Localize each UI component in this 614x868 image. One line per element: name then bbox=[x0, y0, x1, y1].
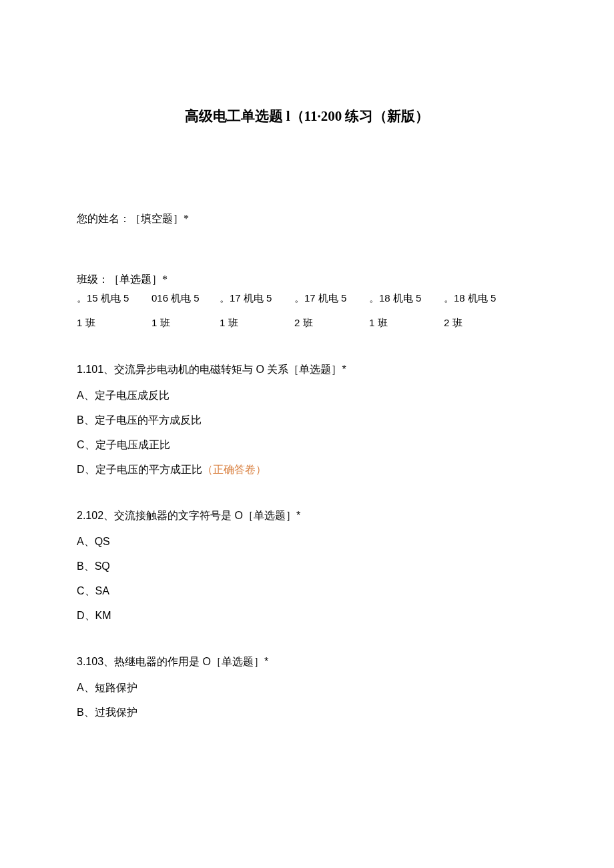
class-option[interactable]: 。17 机电 5 bbox=[220, 292, 294, 305]
question-option[interactable]: A、定子电压成反比 bbox=[77, 389, 537, 403]
class-option[interactable]: 。18 机电 5 bbox=[444, 292, 519, 305]
question-option[interactable]: B、过我保护 bbox=[77, 706, 537, 720]
class-option-sub: 1 班 bbox=[77, 317, 151, 330]
class-option-sub: 1 班 bbox=[369, 317, 444, 330]
class-option-sub: 1 班 bbox=[220, 317, 294, 330]
question-stem: 3.103、热继电器的作用是 O［单选题］* bbox=[77, 655, 537, 669]
document-page: 高级电工单选题 l（11·200 练习（新版） 您的姓名：［填空题］* 班级：［… bbox=[0, 0, 614, 720]
question-block: 3.103、热继电器的作用是 O［单选题］* A、短路保护 B、过我保护 bbox=[77, 655, 537, 720]
class-options-row2: 1 班 1 班 1 班 2 班 1 班 2 班 bbox=[77, 317, 537, 330]
name-field-label: 您的姓名：［填空题］* bbox=[77, 212, 537, 226]
question-option[interactable]: A、短路保护 bbox=[77, 681, 537, 695]
class-option-sub: 2 班 bbox=[444, 317, 519, 330]
option-text: D、定子电压的平方成正比 bbox=[77, 464, 202, 475]
class-options-row1: 。15 机电 5 016 机电 5 。17 机电 5 。17 机电 5 。18 … bbox=[77, 292, 537, 305]
class-option[interactable]: 016 机电 5 bbox=[151, 292, 220, 305]
question-block: 2.102、交流接触器的文字符号是 O［单选题］* A、QS B、SQ C、SA… bbox=[77, 509, 537, 623]
question-option[interactable]: B、定子电压的平方成反比 bbox=[77, 414, 537, 428]
question-stem: 2.102、交流接触器的文字符号是 O［单选题］* bbox=[77, 509, 537, 523]
question-option[interactable]: A、QS bbox=[77, 535, 537, 549]
question-option[interactable]: D、KM bbox=[77, 609, 537, 623]
class-option-sub: 2 班 bbox=[294, 317, 369, 330]
question-option[interactable]: C、定子电压成正比 bbox=[77, 438, 537, 452]
class-option[interactable]: 。15 机电 5 bbox=[77, 292, 151, 305]
class-field-label: 班级：［单选题］* bbox=[77, 273, 537, 287]
correct-answer-label: （正确答卷） bbox=[202, 464, 266, 475]
question-block: 1.101、交流异步电动机的电磁转矩与 O 关系［单选题］* A、定子电压成反比… bbox=[77, 363, 537, 477]
class-option-sub: 1 班 bbox=[151, 317, 220, 330]
page-title: 高级电工单选题 l（11·200 练习（新版） bbox=[77, 107, 537, 125]
question-option[interactable]: D、定子电压的平方成正比（正确答卷） bbox=[77, 463, 537, 477]
question-option[interactable]: B、SQ bbox=[77, 560, 537, 574]
question-stem: 1.101、交流异步电动机的电磁转矩与 O 关系［单选题］* bbox=[77, 363, 537, 377]
class-option[interactable]: 。17 机电 5 bbox=[294, 292, 369, 305]
question-option[interactable]: C、SA bbox=[77, 584, 537, 598]
class-option[interactable]: 。18 机电 5 bbox=[369, 292, 444, 305]
